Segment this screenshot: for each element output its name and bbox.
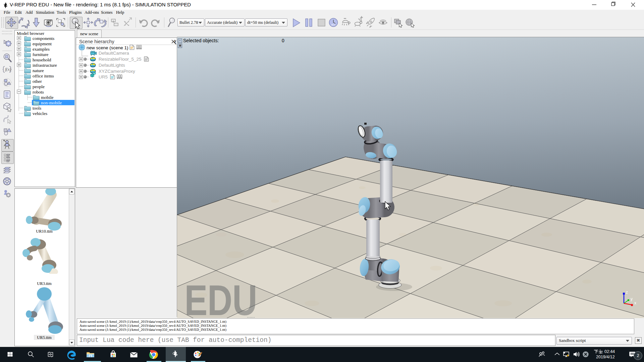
svg-text:DefaultCamera: DefaultCamera — [99, 51, 129, 56]
svg-text:UR5.ttm: UR5.ttm — [37, 335, 52, 340]
svg-text:UR3.ttm: UR3.ttm — [37, 281, 52, 286]
svg-text:examples: examples — [33, 47, 50, 52]
svg-text:non-mobile: non-mobile — [41, 100, 62, 105]
svg-text:UR10.ttm: UR10.ttm — [36, 229, 53, 234]
svg-text:02:44: 02:44 — [604, 349, 615, 354]
svg-text:infrastructure: infrastructure — [33, 63, 57, 68]
svg-text:furniture: furniture — [33, 52, 48, 57]
svg-text:vehicles: vehicles — [33, 111, 47, 116]
svg-text:EDU: EDU — [184, 276, 257, 318]
svg-text:x: x — [634, 301, 636, 305]
svg-text:office items: office items — [33, 73, 54, 78]
svg-text:f(x): f(x) — [5, 67, 11, 72]
svg-text:mobile: mobile — [41, 95, 54, 100]
svg-text:household: household — [33, 57, 51, 62]
svg-text:tools: tools — [33, 106, 41, 111]
svg-text:components: components — [33, 36, 54, 41]
svg-text:UR5: UR5 — [99, 74, 108, 79]
svg-text:z: z — [626, 290, 628, 295]
svg-text:2019/4/12: 2019/4/12 — [596, 355, 615, 359]
svg-text:people: people — [33, 84, 45, 89]
svg-text:y: y — [631, 297, 633, 301]
svg-text:DefaultLights: DefaultLights — [99, 63, 125, 68]
svg-text:other: other — [33, 79, 42, 84]
svg-text:robots: robots — [33, 89, 44, 95]
svg-text:ResizableFloor_5_25: ResizableFloor_5_25 — [99, 57, 142, 62]
svg-text:XYZCameraProxy: XYZCameraProxy — [99, 69, 135, 74]
svg-text:nature: nature — [33, 68, 44, 73]
svg-text:equipment: equipment — [33, 41, 52, 46]
svg-text:new scene (scene 1): new scene (scene 1) — [87, 45, 128, 50]
